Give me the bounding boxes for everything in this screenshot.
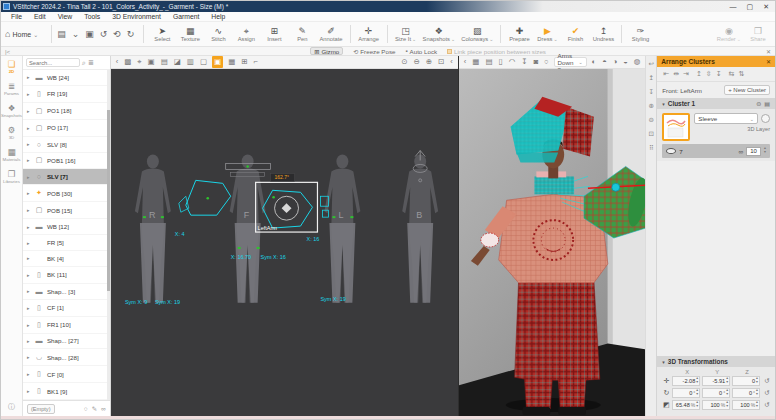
pin-icon[interactable]: ⌖ <box>136 56 142 68</box>
rail-item-params[interactable]: ≣Params <box>1 81 22 96</box>
value-stepper[interactable]: ▴▾ <box>726 401 728 408</box>
rail-item-2d[interactable]: ❏2D <box>1 59 22 74</box>
avatar-side-icon[interactable]: ◑ <box>612 56 619 68</box>
rotate-x-input[interactable]: 0°▴▾ <box>672 388 700 398</box>
piece-row-fr-19[interactable]: ▸▯FR [19] <box>23 86 110 103</box>
export-icon[interactable]: ↧ <box>520 56 528 68</box>
expand-arrow-icon[interactable]: ▸ <box>27 322 31 328</box>
piece-row-po1-18[interactable]: ▸▢PO1 [18] <box>23 103 110 120</box>
align-middle-icon[interactable]: ⇳ <box>706 70 712 78</box>
sleeve-selection-box[interactable]: 162.7° LeftArm <box>255 173 317 232</box>
piece-row-pob1-16[interactable]: ▸▢POB1 [16] <box>23 153 110 170</box>
piece-row-slv-8[interactable]: ▸○SLV [8] <box>23 137 110 153</box>
piece-row-bk-4[interactable]: ▸BK [4] <box>23 251 110 267</box>
save-icon[interactable]: ▣ <box>85 29 94 39</box>
align-bottom-icon[interactable]: ↧ <box>716 70 722 78</box>
piece-row-shap-28[interactable]: ▸◡Shap... [28] <box>23 349 110 366</box>
menu-edit[interactable]: Edit <box>28 13 52 20</box>
expand-arrow-icon[interactable]: ▸ <box>27 255 31 261</box>
half-shade-icon[interactable]: ◪ <box>173 56 182 68</box>
snapshots-button[interactable]: ❖Snapshots⌄ <box>421 25 458 43</box>
move-x-input[interactable]: -2.08▴▾ <box>672 376 700 386</box>
gizmo-toggle[interactable]: ⊞ Gizmo <box>310 47 343 55</box>
move-y-input[interactable]: -5.91▴▾ <box>702 376 730 386</box>
undress-button[interactable]: ↥Undress <box>590 25 616 43</box>
stitch-button[interactable]: ∿Stitch <box>205 25 231 43</box>
piece-row-slv-7[interactable]: ▸○SLV [7] <box>23 169 110 185</box>
mesh-icon[interactable]: ▦ <box>227 56 236 68</box>
expand-arrow-icon[interactable]: ▸ <box>27 190 31 196</box>
reset-icon[interactable]: ↺ <box>762 389 772 397</box>
zoom-out-icon[interactable]: ⊖ <box>649 116 654 124</box>
value-stepper[interactable]: ▴▾ <box>696 389 698 396</box>
freeze-pose-toggle[interactable]: ⟲ Freeze Pose <box>353 48 395 55</box>
piece-row-bk-11[interactable]: ▸▯BK [11] <box>23 267 110 284</box>
fit-view-icon[interactable]: ⊡ <box>437 56 445 68</box>
home-button[interactable]: ⌂ Home ⌄ <box>5 29 38 39</box>
distribute-h-icon[interactable]: ⇆ <box>729 70 735 78</box>
texture-grid-icon[interactable]: ▩ <box>123 56 132 68</box>
close-options-icon[interactable]: ✕ <box>766 48 775 55</box>
align-left-icon[interactable]: ⇤ <box>663 70 669 78</box>
search-icon[interactable]: ⌕ <box>82 58 86 68</box>
layer-value-input[interactable]: 10 <box>746 147 761 156</box>
scrollbar[interactable] <box>107 70 110 400</box>
prepare-button[interactable]: ✚Prepare <box>506 25 532 43</box>
up-icon[interactable]: ↥ <box>649 74 654 82</box>
expand-arrow-icon[interactable]: ▸ <box>27 305 31 311</box>
rail-item-materials[interactable]: ▦Materials <box>1 147 22 162</box>
expand-arrow-icon[interactable]: ▸ <box>27 108 31 114</box>
avatar-back-icon[interactable]: ◒ <box>622 56 629 68</box>
arrange-button[interactable]: ✛Arrange <box>356 25 382 43</box>
scale-x-input[interactable]: 65.48%▴▾ <box>672 400 700 410</box>
close-panel-icon[interactable]: ✕ <box>766 58 771 65</box>
expand-arrow-icon[interactable]: ▸ <box>27 338 31 344</box>
piece-row-shap-3[interactable]: ▸▬Shap... [3] <box>23 284 110 300</box>
expand-arrow-icon[interactable]: ▸ <box>27 125 31 131</box>
close-button[interactable]: ✕ <box>763 1 769 12</box>
folder-caret-icon[interactable]: ⌄ <box>72 29 80 39</box>
zoom-in-icon[interactable]: ⊕ <box>649 102 654 110</box>
expand-arrow-icon[interactable]: ▸ <box>27 74 31 80</box>
size-it-button[interactable]: ◳Size It⌄ <box>393 25 419 43</box>
value-stepper[interactable]: ▴▾ <box>756 377 758 384</box>
avatar-turn-icon[interactable]: ◍ <box>633 56 642 68</box>
zoom-out-icon[interactable]: ⊖ <box>412 56 420 68</box>
rail-item-3d[interactable]: ⚙3D <box>1 125 22 140</box>
list-options-icon[interactable]: ≣ <box>88 58 94 68</box>
expand-arrow-icon[interactable]: ▸ <box>27 141 31 147</box>
value-stepper[interactable]: ▴▾ <box>726 389 728 396</box>
expand-arrow-icon[interactable]: ▸ <box>27 91 31 97</box>
menu-garment[interactable]: Garment <box>167 13 205 20</box>
down-icon[interactable]: ↧ <box>649 88 654 96</box>
zoom-in-icon[interactable]: ⊕ <box>425 56 433 68</box>
move-z-input[interactable]: 0▴▾ <box>732 376 760 386</box>
expand-arrow-icon[interactable]: ▸ <box>27 240 31 246</box>
new-cluster-button[interactable]: + New Cluster <box>724 85 770 95</box>
camera-icon[interactable]: ◙ <box>533 56 540 68</box>
dome-icon[interactable]: ◠ <box>508 56 517 68</box>
piece-solid-icon[interactable]: ▣ <box>147 56 156 68</box>
align-top-icon[interactable]: ↥ <box>696 70 702 78</box>
undo-icon[interactable]: ↺ <box>100 29 108 39</box>
edit-icon[interactable]: ✎ <box>92 405 97 413</box>
piece-row-shap-27[interactable]: ▸▬Shap... [27] <box>23 334 110 350</box>
cluster-piece-row[interactable]: 7 ∞ 10 ▴▾ <box>662 144 770 158</box>
share-button[interactable]: ❐Share <box>745 25 771 43</box>
maximize-button[interactable]: ▢ <box>747 1 754 12</box>
reset-icon[interactable]: ↺ <box>762 401 772 409</box>
reset-icon[interactable]: ↺ <box>762 377 772 385</box>
align-right-icon[interactable]: ⇥ <box>683 70 689 78</box>
rail-item-snapshots[interactable]: ❖Snapshots <box>1 103 22 118</box>
menu-3d-environment[interactable]: 3D Environment <box>106 13 167 20</box>
render-button[interactable]: ◉Render⌄ <box>715 25 743 43</box>
expand-arrow-icon[interactable]: ▸ <box>27 272 31 278</box>
layers-icon[interactable]: ▤ <box>484 56 493 68</box>
circle-icon[interactable]: ○ <box>84 405 88 412</box>
avatar-canvas-3d[interactable] <box>459 69 646 416</box>
cluster-thumbnail[interactable] <box>662 113 690 141</box>
dress-button[interactable]: ▶Dress⌄ <box>534 25 560 43</box>
expand-arrow-icon[interactable]: ▸ <box>27 224 31 230</box>
link-icon[interactable]: ∞ <box>738 148 743 155</box>
gizmo-handle[interactable] <box>612 183 620 191</box>
